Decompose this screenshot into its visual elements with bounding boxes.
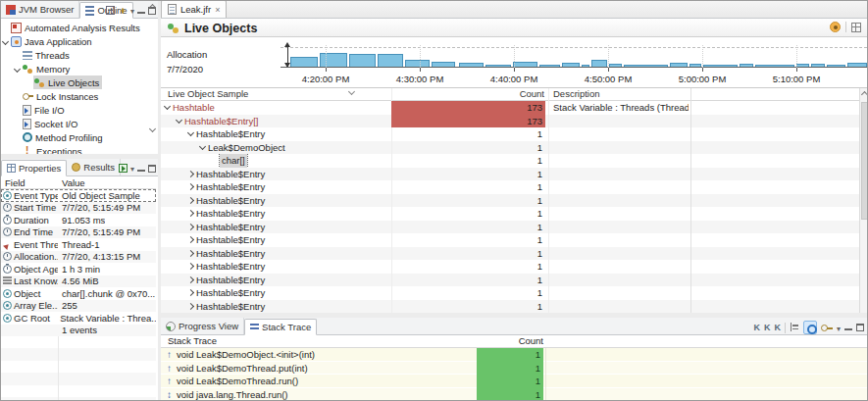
outline-tree-item[interactable]: Threads [1, 48, 156, 62]
guidance-icon[interactable] [830, 22, 841, 32]
thread-root-mode-icon[interactable] [803, 321, 817, 334]
live-object-row[interactable]: char[] 1 [161, 154, 859, 168]
property-row[interactable]: Duration 91.053 ms [1, 214, 156, 226]
stack-trace-toolbar: K K K [753, 321, 864, 334]
outline-tree-item[interactable]: Live Objects [1, 75, 156, 89]
maximize-icon[interactable] [148, 165, 156, 173]
link-with-editor-icon[interactable] [118, 6, 128, 15]
column-header-count[interactable]: Count [477, 335, 543, 346]
outline-tree-item[interactable]: Lock Instances [1, 89, 156, 103]
outline-tree-item[interactable]: Memory [1, 62, 156, 75]
expander-chevron-icon[interactable] [187, 236, 194, 243]
stack-trace-row[interactable]: void Leak$DemoThread.put(int) 1 [161, 362, 868, 376]
column-header-field[interactable]: Field [1, 177, 58, 188]
view-menu-icon[interactable] [130, 163, 134, 174]
live-object-row[interactable]: Hashtable$Entry 1 [161, 300, 859, 314]
outline-tree-item[interactable]: File I/O [1, 103, 156, 117]
tab-results[interactable]: Results [67, 159, 121, 175]
expander-chevron-icon[interactable] [187, 171, 194, 177]
tab-properties[interactable]: Properties [1, 160, 67, 176]
stack-trace-row[interactable]: void Leak$DemoThread.run() 1 [161, 375, 868, 388]
frame-group-icon-1[interactable]: K [753, 323, 760, 332]
distinguish-frames-icon[interactable] [821, 322, 833, 333]
count-value: 1 [537, 155, 545, 166]
vertical-scrollbar[interactable] [859, 88, 868, 313]
outline-tree-item[interactable]: Java Application [1, 34, 156, 48]
count-value: 1 [537, 195, 545, 206]
outline-tree-item[interactable]: Automated Analysis Results [1, 21, 156, 34]
property-row[interactable]: GC Root Stack Variable : Threa... [1, 312, 156, 325]
expander-chevron-icon[interactable] [187, 289, 194, 296]
live-object-row[interactable]: Hashtable$Entry 1 [161, 260, 859, 274]
live-object-row[interactable]: Hashtable$Entry 1 [161, 274, 859, 287]
expander-chevron-icon[interactable] [187, 210, 194, 217]
property-row[interactable]: End Time 7/7/20, 5:15:49 PM [1, 226, 156, 239]
scrollbar-thumb[interactable] [861, 102, 868, 220]
expander-chevron-icon[interactable] [164, 103, 171, 110]
column-header-sample[interactable]: Live Object Sample [168, 88, 248, 99]
tab-progress-view[interactable]: Progress View [161, 318, 244, 334]
property-row[interactable]: Object Age 1 h 3 min [1, 263, 156, 276]
expander-chevron-icon[interactable] [187, 224, 194, 230]
sort-chevron-icon[interactable] [348, 88, 355, 95]
expander-chevron-icon[interactable] [187, 263, 194, 270]
outline-tree-item[interactable]: Exceptions [1, 144, 156, 154]
live-object-row[interactable]: Hashtable$Entry 1 [161, 247, 859, 261]
property-row[interactable]: Last Know... 4.56 MiB [1, 276, 156, 288]
open-new-view-icon[interactable] [119, 164, 128, 173]
live-object-row[interactable]: Hashtable$Entry 1 [161, 180, 859, 194]
column-header-description[interactable]: Description [553, 88, 600, 99]
table-settings-icon[interactable] [851, 23, 861, 32]
live-object-row[interactable]: Hashtable 173 Stack Variable : Threads (… [161, 101, 859, 115]
collapse-all-icon[interactable] [106, 6, 115, 15]
view-menu-icon[interactable] [837, 323, 841, 333]
live-object-row[interactable]: Hashtable$Entry 1 [161, 207, 859, 221]
property-row[interactable]: Object char[].chunk @ 0x70... [1, 287, 156, 300]
expander-chevron-icon[interactable] [187, 183, 194, 190]
property-row[interactable]: 1 events [1, 325, 156, 337]
expander-chevron-icon[interactable] [187, 197, 194, 204]
live-object-row[interactable]: Hashtable$Entry 1 [161, 127, 859, 141]
frame-group-icon-2[interactable]: K [764, 323, 771, 332]
expander-chevron-icon[interactable] [187, 303, 194, 310]
tab-jvm-browser[interactable]: JVM Browser [1, 1, 79, 18]
property-row[interactable]: Event Thre... Thread-1 [1, 238, 156, 251]
expander-chevron-icon[interactable] [14, 65, 21, 72]
live-object-row[interactable]: Hashtable$Entry 1 [161, 194, 859, 208]
live-object-row[interactable]: Hashtable$Entry 1 [161, 286, 859, 300]
minimize-icon[interactable] [844, 324, 852, 331]
expander-chevron-icon[interactable] [187, 250, 194, 257]
close-icon[interactable]: × [215, 5, 220, 15]
show-as-tree-icon[interactable] [790, 323, 799, 332]
minimize-icon[interactable] [137, 7, 145, 15]
property-row[interactable]: Allocation... 7/7/20, 4:13:15 PM [1, 251, 156, 264]
frame-group-icon-3[interactable]: K [774, 323, 781, 332]
property-row[interactable]: Start Time 7/7/20, 5:15:49 PM [1, 202, 156, 215]
expander-chevron-icon[interactable] [199, 143, 206, 150]
outline-tree-item[interactable]: Socket I/O [1, 117, 156, 130]
live-object-row[interactable]: Hashtable$Entry 1 [161, 233, 859, 247]
live-object-row[interactable]: Hashtable$Entry 1 [161, 221, 859, 234]
outline-tree-item[interactable]: Method Profiling [1, 130, 156, 144]
expander-chevron-icon[interactable] [187, 276, 194, 283]
property-row[interactable]: Event Type Old Object Sample [1, 189, 156, 202]
tab-stack-trace[interactable]: Stack Trace [244, 319, 317, 335]
expander-chevron-icon[interactable] [2, 37, 9, 44]
timeline-plot[interactable] [281, 43, 867, 68]
expander-chevron-icon[interactable] [176, 117, 182, 124]
property-row[interactable]: Array Ele... 255 [1, 300, 156, 313]
stack-trace-row[interactable]: void java.lang.Thread.run() 1 [161, 388, 868, 401]
expander-chevron-icon[interactable] [187, 129, 194, 136]
view-menu-icon[interactable] [130, 5, 134, 16]
column-header-stack-trace[interactable]: Stack Trace [168, 335, 217, 346]
minimize-icon[interactable] [137, 165, 145, 173]
column-header-value[interactable]: Value [58, 177, 85, 188]
column-header-count[interactable]: Count [391, 88, 544, 99]
maximize-icon[interactable] [856, 324, 864, 331]
tab-leak-jfr[interactable]: Leak.jfr × [161, 0, 227, 18]
live-object-row[interactable]: Leak$DemoObject 1 [161, 141, 859, 155]
stack-trace-row[interactable]: void Leak$DemoObject.<init>(int) 1 [161, 348, 868, 362]
scroll-up-icon[interactable] [861, 91, 868, 98]
live-object-row[interactable]: Hashtable$Entry[] 173 [161, 115, 859, 128]
live-object-row[interactable]: Hashtable$Entry 1 [161, 168, 859, 181]
